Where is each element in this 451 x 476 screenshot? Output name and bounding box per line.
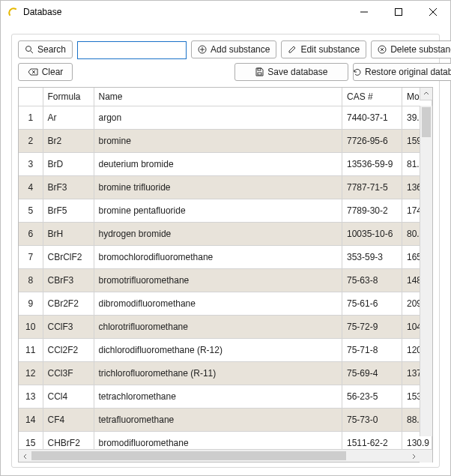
svg-point-4 bbox=[26, 46, 31, 52]
cell-cas[interactable]: 75-61-6 bbox=[342, 292, 402, 315]
edit-substance-button[interactable]: Edit substance bbox=[281, 40, 366, 58]
cell-idx[interactable]: 8 bbox=[19, 268, 43, 292]
table-row[interactable]: 2Br2bromine7726-95-6159.8 bbox=[19, 129, 432, 152]
cell-idx[interactable]: 6 bbox=[19, 222, 43, 245]
header-cas[interactable]: CAS # bbox=[342, 88, 402, 106]
cell-formula[interactable]: BrF3 bbox=[43, 175, 94, 199]
cell-name[interactable]: bromine trifluoride bbox=[94, 175, 342, 199]
cell-name[interactable]: dibromodifluoromethane bbox=[94, 292, 342, 315]
cell-idx[interactable]: 1 bbox=[19, 106, 43, 129]
cell-formula[interactable]: CCl2F2 bbox=[43, 338, 94, 361]
table-row[interactable]: 1Arargon7440-37-139.94 bbox=[19, 106, 432, 129]
table-row[interactable]: 4BrF3bromine trifluoride7787-71-5136.8 bbox=[19, 175, 432, 199]
cell-cas[interactable]: 10035-10-6 bbox=[342, 222, 402, 245]
cell-formula[interactable]: CCl3F bbox=[43, 361, 94, 385]
vertical-scroll-thumb[interactable] bbox=[422, 107, 431, 137]
cell-formula[interactable]: CCl4 bbox=[43, 385, 94, 408]
header-name[interactable]: Name bbox=[94, 88, 342, 106]
cell-idx[interactable]: 4 bbox=[19, 175, 43, 199]
cell-idx[interactable]: 11 bbox=[19, 338, 43, 361]
cell-formula[interactable]: Ar bbox=[43, 106, 94, 129]
cell-name[interactable]: bromine pentafluoride bbox=[94, 199, 342, 222]
header-formula[interactable]: Formula bbox=[43, 88, 94, 106]
cell-formula[interactable]: BrF5 bbox=[43, 199, 94, 222]
table-row[interactable]: 12CCl3Ftrichlorofluoromethane (R-11)75-6… bbox=[19, 361, 432, 385]
cell-formula[interactable]: BrD bbox=[43, 152, 94, 175]
cell-name[interactable]: bromotrifluoromethane bbox=[94, 268, 342, 292]
maximize-button[interactable] bbox=[381, 1, 416, 23]
cell-formula[interactable]: CBr2F2 bbox=[43, 292, 94, 315]
cell-cas[interactable]: 7726-95-6 bbox=[342, 129, 402, 152]
cell-name[interactable]: bromodifluoromethane bbox=[94, 431, 342, 449]
scroll-left-button[interactable] bbox=[19, 450, 31, 463]
restore-database-button[interactable]: Restore original database bbox=[353, 63, 451, 81]
cell-cas[interactable]: 353-59-3 bbox=[342, 245, 402, 268]
cell-cas[interactable]: 75-63-8 bbox=[342, 268, 402, 292]
save-database-button[interactable]: Save database bbox=[234, 63, 348, 81]
cell-idx[interactable]: 7 bbox=[19, 245, 43, 268]
horizontal-scrollbar[interactable] bbox=[19, 449, 432, 462]
cell-name[interactable]: bromine bbox=[94, 129, 342, 152]
cell-idx[interactable]: 2 bbox=[19, 129, 43, 152]
cell-cas[interactable]: 75-72-9 bbox=[342, 315, 402, 338]
delete-substance-button[interactable]: Delete substance bbox=[371, 40, 451, 58]
horizontal-scroll-thumb[interactable] bbox=[31, 451, 346, 460]
cell-formula[interactable]: CBrClF2 bbox=[43, 245, 94, 268]
cell-formula[interactable]: CBrF3 bbox=[43, 268, 94, 292]
cell-name[interactable]: argon bbox=[94, 106, 342, 129]
table-row[interactable]: 3BrDdeuterium bromide13536-59-981.91 bbox=[19, 152, 432, 175]
cell-idx[interactable]: 15 bbox=[19, 431, 43, 449]
cell-name[interactable]: bromochlorodifluoromethane bbox=[94, 245, 342, 268]
cell-cas[interactable]: 75-69-4 bbox=[342, 361, 402, 385]
add-substance-button[interactable]: Add substance bbox=[191, 40, 276, 58]
cell-name[interactable]: tetrafluoromethane bbox=[94, 408, 342, 431]
cell-cas[interactable]: 75-71-8 bbox=[342, 338, 402, 361]
cell-idx[interactable]: 13 bbox=[19, 385, 43, 408]
cell-cas[interactable]: 7787-71-5 bbox=[342, 175, 402, 199]
cell-formula[interactable]: CClF3 bbox=[43, 315, 94, 338]
cell-name[interactable]: deuterium bromide bbox=[94, 152, 342, 175]
table-row[interactable]: 8CBrF3bromotrifluoromethane75-63-8148.9 bbox=[19, 268, 432, 292]
table-row[interactable]: 13CCl4tetrachloromethane56-23-5153.8 bbox=[19, 385, 432, 408]
cell-cas[interactable]: 1511-62-2 bbox=[342, 431, 402, 449]
cell-idx[interactable]: 3 bbox=[19, 152, 43, 175]
cell-cas[interactable]: 75-73-0 bbox=[342, 408, 402, 431]
cell-formula[interactable]: Br2 bbox=[43, 129, 94, 152]
cell-formula[interactable]: BrH bbox=[43, 222, 94, 245]
table-row[interactable]: 7CBrClF2bromochlorodifluoromethane353-59… bbox=[19, 245, 432, 268]
table-row[interactable]: 15CHBrF2bromodifluoromethane1511-62-2130… bbox=[19, 431, 432, 449]
cell-name[interactable]: hydrogen bromide bbox=[94, 222, 342, 245]
titlebar[interactable]: Database bbox=[1, 1, 450, 23]
cell-cas[interactable]: 7789-30-2 bbox=[342, 199, 402, 222]
minimize-button[interactable] bbox=[347, 1, 381, 23]
cell-name[interactable]: tetrachloromethane bbox=[94, 385, 342, 408]
cell-idx[interactable]: 9 bbox=[19, 292, 43, 315]
cell-formula[interactable]: CHBrF2 bbox=[43, 431, 94, 449]
table-row[interactable]: 6BrHhydrogen bromide10035-10-680.91 bbox=[19, 222, 432, 245]
substance-grid[interactable]: Formula Name CAS # Mol. 1Arargon7440-37-… bbox=[18, 87, 433, 463]
scroll-right-button[interactable] bbox=[407, 450, 420, 463]
header-index[interactable] bbox=[19, 88, 43, 106]
scroll-corner-top[interactable] bbox=[420, 88, 432, 100]
close-button[interactable] bbox=[416, 1, 450, 23]
cell-name[interactable]: chlorotrifluoromethane bbox=[94, 315, 342, 338]
table-row[interactable]: 9CBr2F2dibromodifluoromethane75-61-6209.… bbox=[19, 292, 432, 315]
table-row[interactable]: 14CF4tetrafluoromethane75-73-088.00 bbox=[19, 408, 432, 431]
clear-button[interactable]: Clear bbox=[18, 63, 73, 81]
cell-name[interactable]: dichlorodifluoromethane (R-12) bbox=[94, 338, 342, 361]
cell-cas[interactable]: 7440-37-1 bbox=[342, 106, 402, 129]
vertical-scrollbar[interactable] bbox=[420, 106, 432, 436]
cell-name[interactable]: trichlorofluoromethane (R-11) bbox=[94, 361, 342, 385]
table-row[interactable]: 5BrF5bromine pentafluoride7789-30-2174.8 bbox=[19, 199, 432, 222]
table-row[interactable]: 11CCl2F2dichlorodifluoromethane (R-12)75… bbox=[19, 338, 432, 361]
cell-idx[interactable]: 12 bbox=[19, 361, 43, 385]
cell-idx[interactable]: 14 bbox=[19, 408, 43, 431]
cell-idx[interactable]: 5 bbox=[19, 199, 43, 222]
cell-idx[interactable]: 10 bbox=[19, 315, 43, 338]
cell-formula[interactable]: CF4 bbox=[43, 408, 94, 431]
table-row[interactable]: 10CClF3chlorotrifluoromethane75-72-9104.… bbox=[19, 315, 432, 338]
cell-cas[interactable]: 13536-59-9 bbox=[342, 152, 402, 175]
cell-cas[interactable]: 56-23-5 bbox=[342, 385, 402, 408]
search-input[interactable] bbox=[77, 41, 187, 59]
search-button[interactable]: Search bbox=[18, 40, 73, 58]
